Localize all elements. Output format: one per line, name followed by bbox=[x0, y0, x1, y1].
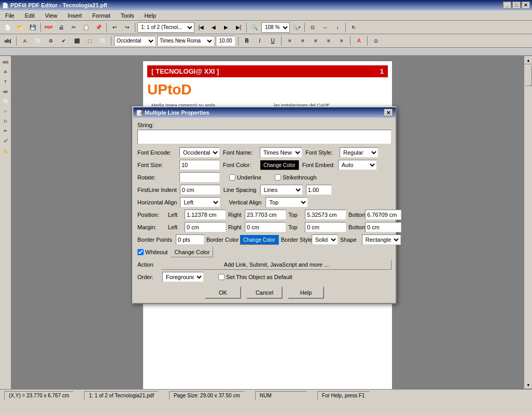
order-select[interactable]: Foreground bbox=[162, 272, 204, 282]
font-embed-label: Font Embed: bbox=[302, 162, 335, 168]
margin-bottom-input[interactable] bbox=[365, 222, 401, 232]
margin-top-label: Top bbox=[288, 224, 303, 230]
font-embed-select[interactable]: Auto bbox=[338, 160, 377, 170]
font-name-label: Font Name: bbox=[223, 149, 257, 156]
strikethrough-checkbox[interactable] bbox=[275, 174, 281, 181]
font-name-select-dialog[interactable]: Times New Rom bbox=[260, 147, 302, 158]
font-encode-label: Font Encode: bbox=[137, 149, 176, 156]
shape-select[interactable]: Rectangle bbox=[362, 234, 401, 245]
whiteout-checkbox-label[interactable]: Whiteout bbox=[137, 249, 167, 255]
margin-right-label: Right bbox=[228, 224, 243, 230]
line-spacing-label: Line Spacing bbox=[223, 187, 257, 193]
pos-right-label: Right bbox=[228, 212, 243, 218]
dialog-title-bar: 📝 Multiple Line Properties ✕ bbox=[133, 107, 396, 118]
pos-left-input[interactable] bbox=[185, 210, 226, 220]
margin-row: Margin: Left Right Top Bottom bbox=[137, 222, 391, 232]
font-size-field[interactable] bbox=[179, 160, 220, 170]
border-points-label: Border Points bbox=[137, 237, 174, 243]
line-spacing-select[interactable]: Lines bbox=[260, 185, 303, 195]
position-label: Position: bbox=[137, 212, 166, 218]
rotate-input[interactable] bbox=[179, 172, 220, 183]
dialog-close-btn[interactable]: ✕ bbox=[384, 109, 393, 116]
valign-label: Vertical Align bbox=[229, 199, 262, 205]
action-btn[interactable]: Add Link, Submit, JavaScript and more ..… bbox=[161, 259, 391, 270]
border-color-label: Border Color bbox=[206, 237, 237, 243]
font-style-label: Font Style: bbox=[305, 149, 337, 156]
font-color-label: Font Color: bbox=[223, 162, 257, 168]
order-label: Order: bbox=[137, 274, 158, 280]
dialog-buttons: OK Cancel Help bbox=[137, 286, 391, 299]
margin-top-input[interactable] bbox=[305, 222, 346, 232]
border-style-label: Border Style bbox=[281, 237, 310, 243]
pos-left-label: Left bbox=[168, 212, 183, 218]
string-label: String: bbox=[137, 122, 179, 128]
font-size-label: Font Size: bbox=[137, 162, 176, 168]
firstline-label: FirstLine Indent bbox=[137, 187, 177, 193]
whiteout-checkbox[interactable] bbox=[137, 249, 144, 255]
string-area: String: bbox=[137, 122, 391, 144]
dialog-title-text: Multiple Line Properties bbox=[145, 109, 209, 116]
halign-select[interactable]: Left bbox=[180, 197, 220, 208]
set-default-label[interactable]: Set This Object as Default bbox=[218, 274, 292, 280]
dialog-body: String: Font Encode: Occidental Font Nam… bbox=[133, 118, 396, 303]
strikethrough-label-text: Strikethrough bbox=[283, 174, 316, 181]
ok-button[interactable]: OK bbox=[205, 286, 241, 299]
margin-left-input[interactable] bbox=[185, 222, 226, 232]
string-input[interactable] bbox=[137, 130, 391, 144]
strikethrough-checkbox-label[interactable]: Strikethrough bbox=[275, 174, 316, 181]
shape-label: Shape bbox=[340, 237, 360, 243]
whiteout-change-color-btn[interactable]: Change Color bbox=[171, 247, 213, 257]
firstline-input[interactable] bbox=[180, 185, 220, 195]
valign-select[interactable]: Top bbox=[265, 197, 308, 208]
position-row: Position: Left Right Top Bottom bbox=[137, 210, 391, 220]
margin-right-input[interactable] bbox=[245, 222, 286, 232]
pos-top-label: Top bbox=[288, 212, 303, 218]
pos-bottom-input[interactable] bbox=[365, 210, 401, 220]
set-default-checkbox[interactable] bbox=[218, 274, 225, 280]
border-style-select[interactable]: Solid bbox=[312, 234, 338, 245]
border-color-btn[interactable]: Change Color bbox=[240, 234, 279, 245]
font-encode-select[interactable]: Occidental bbox=[179, 147, 220, 158]
whiteout-label-text: Whiteout bbox=[145, 249, 167, 255]
margin-bottom-label: Bottom bbox=[348, 224, 363, 230]
dialog-icon: 📝 bbox=[136, 110, 143, 116]
help-button[interactable]: Help bbox=[288, 286, 324, 299]
underline-checkbox-label[interactable]: Underline bbox=[229, 174, 261, 181]
pos-top-input[interactable] bbox=[305, 210, 346, 220]
margin-label: Margin: bbox=[137, 224, 166, 230]
halign-label: Horizontal Align bbox=[137, 199, 177, 205]
set-default-text: Set This Object as Default bbox=[226, 274, 292, 280]
margin-left-label: Left bbox=[168, 224, 183, 230]
dialog-overlay: 📝 Multiple Line Properties ✕ String: Fon… bbox=[0, 0, 532, 415]
multiple-line-properties-dialog: 📝 Multiple Line Properties ✕ String: Fon… bbox=[132, 106, 397, 304]
underline-checkbox[interactable] bbox=[229, 174, 235, 181]
line-spacing-num[interactable] bbox=[306, 185, 332, 195]
font-style-select[interactable]: Regular bbox=[340, 147, 379, 158]
rotate-label: Rotate: bbox=[137, 174, 176, 181]
font-color-btn[interactable]: Change Color bbox=[260, 160, 299, 170]
pos-right-input[interactable] bbox=[245, 210, 286, 220]
order-row: Order: Foreground Set This Object as Def… bbox=[137, 272, 391, 282]
cancel-button[interactable]: Cancel bbox=[246, 286, 283, 299]
pos-bottom-label: Bottom bbox=[348, 212, 363, 218]
border-points-input[interactable] bbox=[176, 234, 204, 245]
action-label: Action bbox=[137, 261, 158, 268]
underline-label-text: Underline bbox=[237, 174, 261, 181]
